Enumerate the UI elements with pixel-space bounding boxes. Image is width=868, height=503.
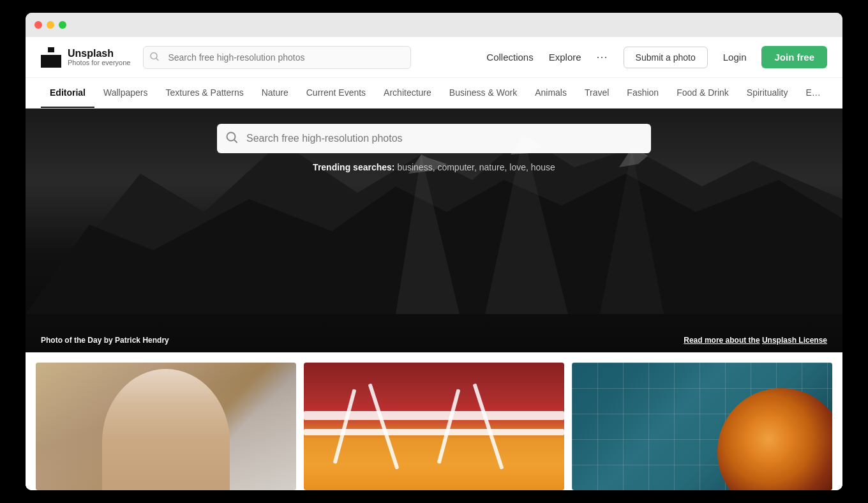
tab-food-drink[interactable]: Food & Drink (668, 79, 738, 108)
svg-line-4 (156, 58, 158, 60)
minimize-button[interactable] (47, 21, 54, 29)
nav-search-bar[interactable] (143, 46, 411, 69)
tab-textures-patterns[interactable]: Textures & Patterns (157, 79, 253, 108)
browser-content: Unsplash Photos for everyone Collections… (26, 37, 842, 490)
login-button[interactable]: Login (723, 52, 747, 63)
photo-grid-section (26, 352, 842, 490)
collections-link[interactable]: Collections (486, 52, 533, 63)
traffic-lights (34, 21, 66, 29)
browser-window: Unsplash Photos for everyone Collections… (26, 13, 842, 490)
photo-card-1[interactable] (36, 363, 296, 490)
join-free-button[interactable]: Join free (761, 46, 827, 68)
photo-grid (26, 363, 842, 490)
more-options-button[interactable]: ··· (597, 50, 608, 64)
search-input[interactable] (143, 46, 411, 69)
beam-d4 (472, 383, 504, 469)
hero-section: Trending searches: business, computer, n… (26, 109, 842, 352)
tab-editorial[interactable]: Editorial (41, 79, 94, 108)
beam-d1 (333, 389, 357, 463)
logo-name: Unsplash (68, 48, 130, 59)
photo-card-2[interactable] (304, 363, 564, 490)
tab-wallpapers[interactable]: Wallpapers (94, 79, 157, 108)
hero-search-icon (226, 131, 237, 146)
tab-nature[interactable]: Nature (253, 79, 297, 108)
photo-credit: Photo of the Day by Patrick Hendry (41, 336, 169, 345)
logo-tagline: Photos for everyone (68, 59, 130, 66)
svg-rect-2 (41, 55, 61, 68)
hero-search-wrapper[interactable] (217, 124, 651, 153)
trending-terms: business, computer, nature, love, house (397, 162, 555, 172)
logo-text: Unsplash Photos for everyone (68, 48, 130, 67)
explore-link[interactable]: Explore (549, 52, 581, 63)
photo-credit-prefix: Photo of the Day by (41, 336, 113, 345)
navbar: Unsplash Photos for everyone Collections… (26, 37, 842, 78)
close-button[interactable] (34, 21, 42, 29)
title-bar (26, 13, 842, 37)
search-icon (150, 52, 159, 63)
tab-more[interactable]: E… (797, 79, 829, 108)
tab-spirituality[interactable]: Spirituality (738, 79, 797, 108)
tab-current-events[interactable]: Current Events (297, 79, 375, 108)
svg-line-14 (234, 140, 237, 142)
tab-business-work[interactable]: Business & Work (440, 79, 526, 108)
nav-links: Collections Explore ··· Submit a photo L… (486, 46, 827, 68)
unsplash-logo-icon (41, 47, 61, 68)
unsplash-license: Read more about the Unsplash License (684, 336, 827, 345)
category-tabs: Editorial Wallpapers Textures & Patterns… (26, 78, 842, 109)
photo-card-3[interactable] (572, 363, 832, 490)
logo-area[interactable]: Unsplash Photos for everyone (41, 47, 130, 68)
hero-footer: Photo of the Day by Patrick Hendry Read … (26, 328, 842, 352)
trending-section: Trending searches: business, computer, n… (313, 162, 555, 172)
trending-label: Trending searches: (313, 162, 394, 172)
tab-animals[interactable]: Animals (526, 79, 576, 108)
license-link[interactable]: Unsplash License (762, 336, 827, 345)
tab-fashion[interactable]: Fashion (618, 79, 668, 108)
hero-search-input[interactable] (217, 124, 651, 153)
beam-d2 (368, 383, 400, 469)
beam-d3 (437, 389, 461, 463)
beam-h1 (304, 411, 564, 420)
hero-content: Trending searches: business, computer, n… (26, 109, 842, 352)
photographer-name[interactable]: Patrick Hendry (115, 336, 169, 345)
tab-architecture[interactable]: Architecture (375, 79, 440, 108)
fullscreen-button[interactable] (59, 21, 66, 29)
license-prefix: Read more about the (684, 336, 760, 345)
svg-rect-1 (48, 47, 54, 52)
submit-photo-button[interactable]: Submit a photo (624, 47, 708, 68)
tab-travel[interactable]: Travel (576, 79, 618, 108)
